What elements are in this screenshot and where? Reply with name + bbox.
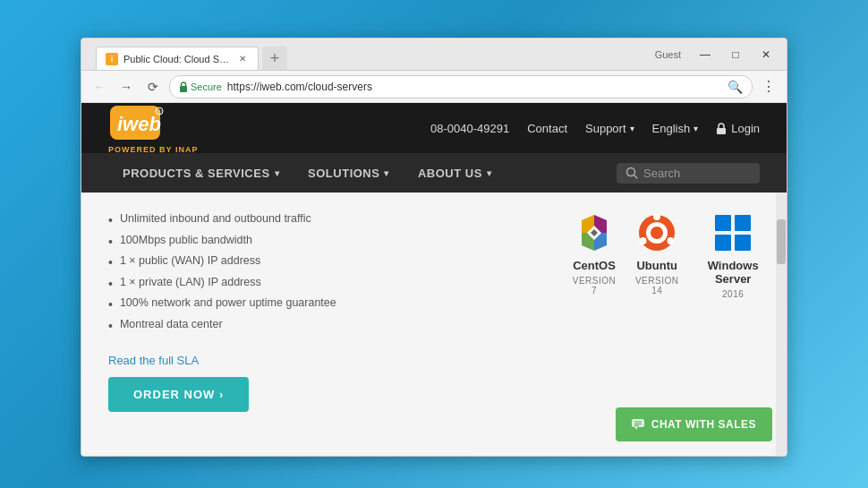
svg-point-17 — [653, 213, 660, 220]
minimize-button[interactable]: — — [692, 46, 719, 64]
svg-rect-23 — [735, 235, 751, 251]
read-sla-link[interactable]: Read the full SLA — [108, 354, 199, 367]
chat-btn-label: CHAT WITH SALES — [651, 418, 756, 431]
feature-item: 100Mbps public bandwidth — [108, 232, 527, 253]
svg-rect-22 — [715, 235, 731, 251]
svg-rect-5 — [717, 128, 726, 134]
url-search-icon[interactable]: 🔍 — [728, 80, 743, 94]
url-text: https://iweb.com/cloud-servers — [227, 81, 722, 93]
windows-name: Windows Server — [697, 259, 769, 286]
maximize-button[interactable]: □ — [722, 46, 749, 64]
site-header: iweb ® POWERED BY INAP 08-0040-49291 Con… — [81, 103, 787, 153]
browser-menu-button[interactable]: ⋮ — [758, 76, 779, 98]
ubuntu-icon — [634, 210, 679, 255]
tab-favicon: i — [106, 53, 118, 65]
feature-item: 100% network and power uptime guarantee — [108, 295, 527, 316]
svg-point-16 — [651, 227, 663, 239]
ubuntu-item: Ubuntu VERSION 14 — [634, 210, 679, 299]
nav-solutions[interactable]: SOLUTIONS ▾ — [294, 153, 404, 193]
centos-item: CentOS VERSION 7 — [572, 210, 617, 299]
nav-about-us[interactable]: ABOUT US ▾ — [404, 153, 506, 193]
url-bar[interactable]: Secure https://iweb.com/cloud-servers 🔍 — [169, 75, 753, 98]
svg-text:®: ® — [157, 109, 162, 115]
feature-item: 1 × private (LAN) IP address — [108, 274, 527, 295]
ubuntu-version: VERSION 14 — [634, 276, 679, 295]
windows-version: 2016 — [722, 289, 744, 299]
language-dropdown[interactable]: English ▾ — [652, 122, 699, 135]
refresh-button[interactable]: ⟳ — [142, 76, 164, 98]
address-bar: ← → ⟳ Secure https://iweb.com/cloud-serv… — [81, 71, 787, 103]
new-tab-button[interactable]: + — [262, 47, 287, 70]
content-left: Unlimited inbound and outbound traffic 1… — [81, 193, 554, 456]
window-controls: Guest — □ ✕ — [655, 46, 779, 64]
tab-bar: i Public Cloud: Cloud Serv... ✕ + — [89, 39, 287, 70]
os-icons: CentOS VERSION 7 — [572, 210, 769, 299]
chat-with-sales-button[interactable]: CHAT WITH SALES — [616, 407, 772, 441]
language-chevron: ▾ — [694, 124, 698, 133]
header-phone: 08-0040-49291 — [430, 122, 509, 135]
feature-item: Montreal data center — [108, 316, 527, 338]
nav-search-box[interactable] — [617, 163, 760, 184]
secure-indicator: Secure — [179, 81, 222, 92]
nav-links: PRODUCTS & SERVICES ▾ SOLUTIONS ▾ ABOUT … — [108, 153, 506, 193]
support-chevron: ▾ — [630, 124, 634, 133]
browser-window: i Public Cloud: Cloud Serv... ✕ + Guest … — [81, 38, 787, 457]
centos-version: VERSION 7 — [572, 276, 617, 295]
svg-text:iweb: iweb — [117, 113, 161, 135]
site-nav: PRODUCTS & SERVICES ▾ SOLUTIONS ▾ ABOUT … — [81, 153, 787, 193]
feature-item: Unlimited inbound and outbound traffic — [108, 210, 527, 232]
centos-name: CentOS — [573, 259, 616, 272]
support-dropdown[interactable]: Support ▾ — [585, 122, 634, 135]
products-chevron: ▾ — [275, 168, 280, 178]
centos-icon — [572, 210, 617, 255]
iweb-logo: iweb ® — [108, 103, 169, 145]
login-link[interactable]: Login — [716, 122, 760, 135]
secure-text: Secure — [191, 81, 222, 92]
back-button[interactable]: ← — [89, 76, 110, 98]
ubuntu-name: Ubuntu — [636, 259, 677, 272]
svg-rect-20 — [715, 215, 731, 231]
solutions-chevron: ▾ — [384, 168, 389, 178]
feature-list: Unlimited inbound and outbound traffic 1… — [108, 210, 527, 338]
browser-tab[interactable]: i Public Cloud: Cloud Serv... ✕ — [96, 47, 259, 70]
feature-item: 1 × public (WAN) IP address — [108, 253, 527, 274]
contact-link[interactable]: Contact — [527, 122, 567, 135]
tab-close-button[interactable]: ✕ — [236, 53, 249, 65]
svg-point-18 — [668, 237, 675, 244]
scrollbar[interactable] — [776, 193, 787, 456]
nav-products-services[interactable]: PRODUCTS & SERVICES ▾ — [108, 153, 294, 193]
logo-container: iweb ® POWERED BY INAP — [108, 103, 199, 154]
forward-button[interactable]: → — [115, 76, 137, 98]
windows-icon — [711, 210, 755, 255]
chat-icon — [632, 419, 644, 430]
svg-point-19 — [640, 237, 647, 244]
svg-rect-21 — [735, 215, 751, 231]
website-content: iweb ® POWERED BY INAP 08-0040-49291 Con… — [81, 103, 787, 456]
order-now-button[interactable]: ORDER NOW › — [108, 377, 249, 412]
header-right: 08-0040-49291 Contact Support ▾ English … — [430, 122, 760, 135]
lock-icon — [716, 123, 727, 134]
close-button[interactable]: ✕ — [753, 46, 779, 64]
windows-item: Windows Server 2016 — [697, 210, 769, 299]
search-input[interactable] — [643, 167, 751, 180]
guest-label: Guest — [655, 49, 681, 60]
svg-line-7 — [634, 176, 638, 179]
svg-rect-0 — [180, 86, 187, 92]
tab-label: Public Cloud: Cloud Serv... — [123, 54, 231, 64]
scrollbar-thumb[interactable] — [777, 219, 786, 264]
title-bar: i Public Cloud: Cloud Serv... ✕ + Guest … — [81, 39, 787, 71]
svg-marker-25 — [634, 427, 637, 430]
search-icon — [625, 167, 638, 179]
about-chevron: ▾ — [487, 168, 492, 178]
